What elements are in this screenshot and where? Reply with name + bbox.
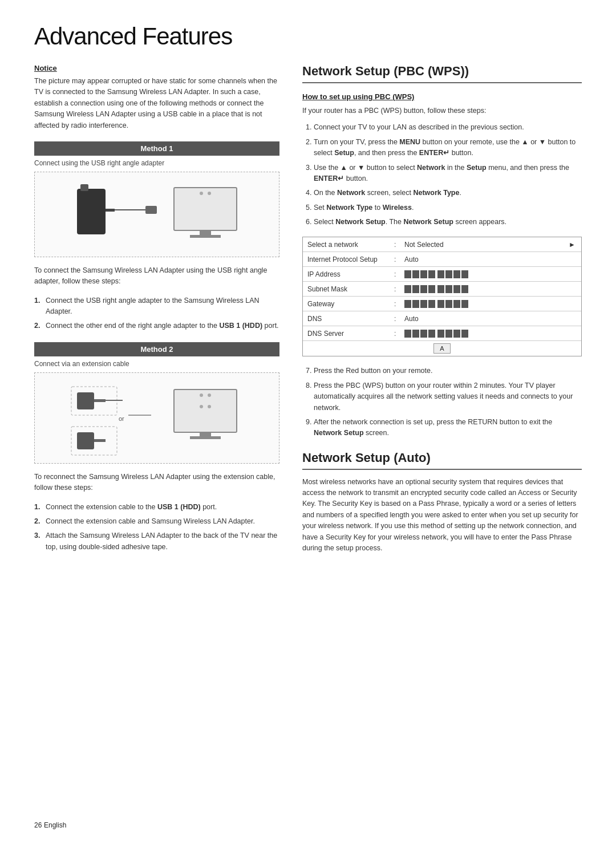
svg-point-22 xyxy=(200,405,203,408)
nt-value-ip xyxy=(402,268,581,281)
method2-step3: 3. Attach the Samsung Wireless LAN Adapt… xyxy=(34,530,279,553)
nt-label-ip-setup: Internet Protocol Setup xyxy=(303,253,394,266)
nt-btn-row: A xyxy=(303,341,581,356)
method2-reconnect-text: To reconnect the Samsung Wireless LAN Ad… xyxy=(34,472,279,494)
left-column: Notice The picture may appear corrupted … xyxy=(34,64,279,563)
notice-label: Notice xyxy=(34,64,279,72)
svg-point-23 xyxy=(208,405,211,408)
method2-box: Method 2 xyxy=(34,342,279,356)
pbc-step7: Press the Red button on your remote. xyxy=(314,366,582,376)
method1-steps: 1. Connect the USB right angle adapter t… xyxy=(34,295,279,332)
pbc-intro: If your router has a PBC (WPS) button, f… xyxy=(302,106,582,116)
notice-text: The picture may appear corrupted or have… xyxy=(34,76,279,131)
svg-text:or: or xyxy=(119,415,124,422)
nt-row-gateway: Gateway : xyxy=(303,297,581,311)
svg-point-21 xyxy=(208,393,211,397)
pbc-step8: Press the PBC (WPS) button on your route… xyxy=(314,380,582,413)
svg-point-7 xyxy=(208,192,211,195)
right-column: Network Setup (PBC (WPS)) How to set up … xyxy=(302,64,582,563)
svg-rect-19 xyxy=(174,390,237,432)
nt-btn-a[interactable]: A xyxy=(433,343,450,354)
svg-rect-1 xyxy=(106,209,115,212)
svg-rect-17 xyxy=(94,439,106,442)
nt-row-dns-server: DNS Server : xyxy=(303,326,581,341)
nt-arrow-select: ► xyxy=(569,241,576,249)
page-footer: 26 English xyxy=(34,821,66,829)
nt-label-dns-server: DNS Server xyxy=(303,327,394,340)
method1-diagram-svg xyxy=(66,177,248,251)
pbc-step2: Turn on your TV, press the MENU button o… xyxy=(314,137,582,159)
svg-rect-4 xyxy=(145,206,157,214)
nt-row-ip: IP Address : xyxy=(303,267,581,282)
language-label: English xyxy=(44,821,66,829)
method2-diagram-svg: or xyxy=(66,375,248,461)
svg-rect-5 xyxy=(174,188,237,230)
nt-label-subnet: Subnet Mask xyxy=(303,283,394,295)
nt-value-subnet xyxy=(402,283,581,295)
svg-point-20 xyxy=(200,393,203,397)
pbc-steps-list: Connect your TV to your LAN as described… xyxy=(302,122,582,228)
method1-connect-text: To connect the Samsung Wireless LAN Adap… xyxy=(34,265,279,287)
method1-step2: 2. Connect the other end of the right an… xyxy=(34,320,279,331)
section1-title: Network Setup (PBC (WPS)) xyxy=(302,64,582,83)
method1-step1: 1. Connect the USB right angle adapter t… xyxy=(34,295,279,318)
section2-title: Network Setup (Auto) xyxy=(302,451,582,470)
nt-value-dns: Auto xyxy=(402,313,581,325)
network-auto-text: Most wireless networks have an optional … xyxy=(302,477,582,554)
pbc-step3: Use the ▲ or ▼ button to select Network … xyxy=(314,163,582,185)
method2-step1: 1. Connect the extension cable to the US… xyxy=(34,502,279,513)
nt-row-select: Select a network : Not Selected ► xyxy=(303,237,581,252)
pbc-step1: Connect your TV to your LAN as described… xyxy=(314,122,582,133)
nt-label-dns: DNS xyxy=(303,313,394,325)
pbc-step4: On the Network screen, select Network Ty… xyxy=(314,188,582,198)
method2-sub: Connect via an extension cable xyxy=(34,360,279,368)
page-title: Advanced Features xyxy=(34,23,582,50)
subsection-title: How to set up using PBC (WPS) xyxy=(302,92,582,101)
nt-value-select: Not Selected ► xyxy=(402,238,581,251)
page-number: 26 xyxy=(34,821,42,829)
method1-sub: Connect using the USB right angle adapte… xyxy=(34,159,279,167)
method1-diagram xyxy=(34,172,279,257)
pbc-step5: Set Network Type to Wireless. xyxy=(314,202,582,213)
nt-label-gateway: Gateway xyxy=(303,298,394,310)
nt-value-dns-server xyxy=(402,327,581,340)
svg-rect-16 xyxy=(77,432,94,449)
method2-steps: 1. Connect the extension cable to the US… xyxy=(34,502,279,553)
network-table: Select a network : Not Selected ► Intern… xyxy=(302,237,582,356)
svg-rect-24 xyxy=(200,432,211,436)
svg-rect-12 xyxy=(94,399,106,402)
nt-value-gateway xyxy=(402,298,581,310)
svg-rect-9 xyxy=(190,235,221,238)
method1-box: Method 1 xyxy=(34,141,279,156)
nt-row-subnet: Subnet Mask : xyxy=(303,282,581,297)
nt-label-select: Select a network xyxy=(303,238,394,251)
svg-rect-11 xyxy=(77,392,94,409)
svg-rect-2 xyxy=(80,184,88,191)
pbc-steps-after: Press the Red button on your remote. Pre… xyxy=(302,366,582,439)
nt-row-ip-setup: Internet Protocol Setup : Auto xyxy=(303,252,581,267)
svg-rect-0 xyxy=(77,189,106,234)
nt-row-dns: DNS : Auto xyxy=(303,311,581,326)
pbc-step6: Select Network Setup. The Network Setup … xyxy=(314,217,582,228)
nt-value-ip-setup: Auto xyxy=(402,253,581,266)
svg-rect-8 xyxy=(200,230,211,235)
nt-label-ip: IP Address xyxy=(303,268,394,281)
pbc-step9: After the network connection is set up, … xyxy=(314,417,582,439)
svg-point-6 xyxy=(200,192,203,195)
method2-step2: 2. Connect the extension cable and Samsu… xyxy=(34,516,279,527)
method2-diagram: or xyxy=(34,372,279,464)
svg-rect-25 xyxy=(190,436,221,439)
